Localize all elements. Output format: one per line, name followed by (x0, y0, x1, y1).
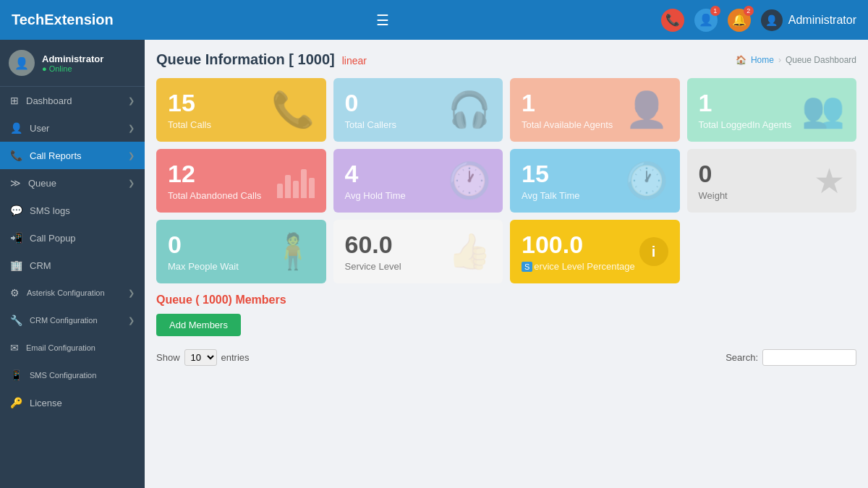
sidebar-item-crm-left: 🏢 CRM (10, 260, 51, 271)
sidebar-item-call-reports-label: Call Reports (30, 150, 82, 161)
stat-label-service-level: Service Level (345, 261, 448, 272)
hamburger-icon[interactable]: ☰ (376, 12, 389, 29)
avg-hold-time-icon: 🕐 (448, 160, 491, 201)
sidebar-item-user-left: 👤 User (10, 122, 49, 134)
sidebar-item-sms-logs-left: 💬 SMS logs (10, 205, 70, 216)
sidebar-item-email-config[interactable]: ✉ Email Configuration (0, 334, 145, 361)
sidebar-item-license[interactable]: 🔑 License (0, 389, 145, 416)
admin-avatar: 👤 (761, 9, 783, 31)
top-bar-right: ☰ (376, 12, 398, 29)
sidebar-item-call-reports-left: 📞 Call Reports (10, 150, 82, 161)
crm-config-icon: 🔧 (10, 314, 22, 326)
sidebar-item-asterisk-config[interactable]: ⚙ Asterisk Configuration ❯ (0, 279, 145, 307)
stat-label-total-calls: Total Calls (168, 119, 271, 130)
stat-label-total-available-agents: Total Available Agents (522, 119, 625, 130)
sidebar-item-asterisk-config-label: Asterisk Configuration (27, 288, 105, 297)
header-actions: 📞 👤 1 🔔 2 👤 Administrator (661, 9, 856, 32)
abandoned-calls-chart-icon (277, 163, 315, 198)
home-icon: 🏠 (736, 55, 746, 65)
table-controls: Show 10 25 50 entries Search: (156, 349, 856, 366)
user-btn-wrap: 👤 1 (694, 9, 718, 32)
sidebar-item-queue[interactable]: ≫ Queue ❯ (0, 169, 145, 197)
search-label: Search: (726, 352, 758, 363)
phone-button[interactable]: 📞 (661, 9, 684, 32)
sidebar-item-sms-config[interactable]: 📱 SMS Configuration (0, 361, 145, 389)
page-title: Queue Information [ 1000] (156, 51, 335, 68)
stat-label-max-people-wait: Max People Wait (168, 261, 271, 272)
stat-number-service-level: 60.0 (345, 231, 448, 258)
sidebar-item-user[interactable]: 👤 User ❯ (0, 114, 145, 142)
stat-card-weight: 0 Weight ★ (687, 149, 857, 213)
call-popup-icon: 📲 (10, 232, 22, 244)
stats-grid-row2: 12 Total Abandoned Calls 4 Avg Hold Time (156, 149, 856, 213)
sidebar-item-sms-config-label: SMS Configuration (30, 371, 96, 380)
total-calls-icon: 📞 (271, 90, 315, 130)
stat-card-service-level-percentage: 100.0 Service Level Percentage i (510, 220, 680, 283)
sidebar-item-license-label: License (30, 398, 62, 408)
stat-number-avg-talk-time: 15 (522, 160, 625, 187)
stat-card-total-calls: 15 Total Calls 📞 (156, 78, 326, 142)
stat-label-service-level-percentage: Service Level Percentage (522, 261, 639, 272)
sidebar-item-sms-logs[interactable]: 💬 SMS logs (0, 197, 145, 224)
stat-label-weight: Weight (699, 190, 814, 201)
call-reports-icon: 📞 (10, 150, 22, 161)
empty-cell (687, 220, 857, 283)
sidebar-item-sms-config-left: 📱 SMS Configuration (10, 369, 96, 381)
profile-info: Administrator ● Online (42, 53, 136, 73)
user-badge: 1 (710, 6, 720, 16)
total-available-agents-icon: 👤 (625, 90, 668, 130)
top-bar: TechExtension ☰ 📞 👤 1 🔔 2 👤 Administrato… (0, 0, 868, 40)
stat-card-avg-talk-time: 15 Avg Talk Time 🕐 (510, 149, 680, 213)
breadcrumb-separator: › (778, 55, 781, 65)
stat-card-service-level: 60.0 Service Level 👍 (333, 220, 503, 283)
max-people-wait-icon: 🧍 (271, 231, 315, 272)
stat-number-avg-hold-time: 4 (345, 160, 448, 187)
queue-chevron: ❯ (128, 179, 135, 188)
sidebar-item-call-popup[interactable]: 📲 Call Popup (0, 224, 145, 252)
sidebar-item-crm-config[interactable]: 🔧 CRM Configuration ❯ (0, 307, 145, 334)
stat-card-total-available-agents: 1 Total Available Agents 👤 (510, 78, 680, 142)
user-chevron: ❯ (128, 124, 135, 133)
entries-select[interactable]: 10 25 50 (184, 349, 217, 366)
breadcrumb-current: Queue Dashboard (786, 55, 856, 65)
stat-number-weight: 0 (699, 160, 814, 187)
stat-content-total-abandoned-calls: 12 Total Abandoned Calls (168, 160, 277, 201)
stat-content-total-available-agents: 1 Total Available Agents (522, 90, 625, 130)
sidebar-item-dashboard[interactable]: ⊞ Dashboard ❯ (0, 87, 145, 114)
service-highlight: S (522, 262, 532, 272)
stat-label-total-abandoned-calls: Total Abandoned Calls (168, 190, 277, 201)
main-layout: 👤 Administrator ● Online ⊞ Dashboard ❯ 👤… (0, 40, 868, 488)
sidebar-item-call-reports[interactable]: 📞 Call Reports ❯ (0, 142, 145, 169)
add-members-button[interactable]: Add Members (156, 314, 241, 336)
stats-grid-row1: 15 Total Calls 📞 0 Total Callers 🎧 1 Tot… (156, 78, 856, 142)
profile-avatar: 👤 (9, 50, 35, 76)
sidebar-item-user-label: User (30, 123, 49, 134)
stats-grid-row3: 0 Max People Wait 🧍 60.0 Service Level 👍… (156, 220, 856, 283)
breadcrumb-home[interactable]: Home (751, 55, 774, 65)
queue-type-badge: linear (342, 55, 367, 67)
service-level-icon: 👍 (448, 231, 491, 272)
total-callers-icon: 🎧 (448, 90, 491, 130)
stat-content-max-people-wait: 0 Max People Wait (168, 231, 271, 272)
stat-card-total-callers: 0 Total Callers 🎧 (333, 78, 503, 142)
avg-talk-time-icon: 🕐 (625, 160, 668, 201)
breadcrumb-bar: Queue Information [ 1000] linear 🏠 Home … (156, 51, 856, 68)
dashboard-chevron: ❯ (128, 96, 135, 106)
sms-logs-icon: 💬 (10, 205, 22, 216)
admin-menu[interactable]: 👤 Administrator (761, 9, 856, 31)
stat-label-total-loggedin-agents: Total LoggedIn Agents (699, 119, 802, 130)
search-input[interactable] (762, 349, 856, 366)
stat-number-total-available-agents: 1 (522, 90, 625, 116)
email-config-icon: ✉ (10, 342, 19, 354)
sms-config-icon: 📱 (10, 369, 22, 381)
stat-content-weight: 0 Weight (699, 160, 814, 201)
info-icon: i (639, 237, 668, 266)
sidebar-item-dashboard-label: Dashboard (26, 95, 72, 106)
sidebar: 👤 Administrator ● Online ⊞ Dashboard ❯ 👤… (0, 40, 145, 488)
service-level-pct-text: ervice Level Percentage (534, 261, 634, 272)
license-icon: 🔑 (10, 397, 22, 408)
sidebar-item-email-config-label: Email Configuration (26, 343, 95, 352)
sidebar-item-crm[interactable]: 🏢 CRM (0, 252, 145, 279)
search-area: Search: (726, 349, 856, 366)
total-loggedin-agents-icon: 👥 (801, 90, 845, 130)
